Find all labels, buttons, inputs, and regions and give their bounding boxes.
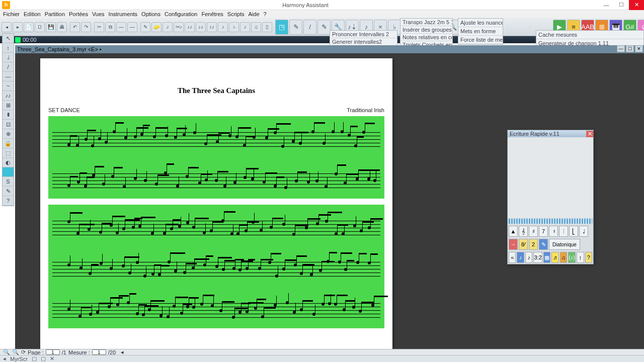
- minimize-button[interactable]: —: [599, 0, 614, 10]
- vtb-s[interactable]: S: [3, 177, 14, 187]
- tb-mode-edit[interactable]: ✎: [317, 20, 331, 35]
- vtb-help[interactable]: ?: [3, 196, 14, 206]
- p-note[interactable]: ♩: [579, 226, 588, 237]
- tb-mode-pen[interactable]: ✎: [289, 20, 302, 35]
- tb-beam3[interactable]: ♪♪: [207, 22, 217, 32]
- p-updn[interactable]: ↕: [577, 252, 584, 263]
- status-measure-input[interactable]: [92, 349, 106, 355]
- vtb-slash[interactable]: /: [3, 62, 14, 72]
- bottom-tab-myrscr[interactable]: MyrScr: [10, 356, 28, 362]
- p-2[interactable]: 2: [529, 239, 538, 250]
- bottom-tab-icon2[interactable]: ▢: [41, 355, 46, 362]
- tb-new[interactable]: 📄: [24, 22, 34, 32]
- tb-mode-select[interactable]: ◳: [275, 20, 288, 35]
- score-selection[interactable]: [48, 116, 384, 328]
- qp-right-1[interactable]: Cache mesures: [536, 31, 643, 39]
- menu-instruments[interactable]: Instruments: [109, 11, 137, 17]
- vtb-rect[interactable]: ⬚: [3, 148, 14, 158]
- tb-note-cut[interactable]: ✂♪: [174, 22, 184, 32]
- p-n1[interactable]: ♪: [517, 252, 524, 263]
- p-n2[interactable]: ♪: [525, 252, 532, 263]
- doc-close-button[interactable]: ✕: [635, 45, 643, 52]
- tb-eraser[interactable]: 🧽: [151, 22, 162, 32]
- palette-ruler[interactable]: [509, 219, 592, 224]
- qp-transpo-1[interactable]: Transpo Jazz 2m 5 1: [400, 19, 452, 26]
- document-tab[interactable]: Three_Sea_Captains_3.myr <E> • — ☐ ✕: [15, 45, 644, 53]
- bottom-tab-icon3[interactable]: ✕: [50, 355, 54, 362]
- vtb-line[interactable]: —: [3, 72, 14, 81]
- menu-configuration[interactable]: Configuration: [165, 11, 197, 17]
- menu-fichier[interactable]: Fichier: [3, 11, 20, 17]
- menu-scripts[interactable]: Scripts: [227, 11, 245, 17]
- qp-script-1[interactable]: Prononcer Intervalles 2: [330, 31, 397, 38]
- menu-fenetres[interactable]: Fenêtres: [201, 11, 223, 17]
- tb-pencil[interactable]: ✎: [140, 22, 150, 32]
- vtb-box[interactable]: ⊡: [3, 120, 14, 129]
- p-bar[interactable]: 𝄀: [559, 226, 568, 237]
- menu-edition[interactable]: Edition: [24, 11, 41, 17]
- palette-titlebar[interactable]: Ecriture Rapide v.11 ✕: [508, 130, 593, 137]
- menu-portees[interactable]: Portées: [69, 11, 88, 17]
- tb-note3[interactable]: ♪: [240, 22, 250, 32]
- close-button[interactable]: ✕: [629, 0, 644, 10]
- tb-nav-prev[interactable]: ◂: [2, 22, 12, 32]
- vtb-notes[interactable]: ♪♪: [3, 91, 14, 101]
- ecriture-rapide-palette[interactable]: Ecriture Rapide v.11 ✕ ▲ 𝄞 ♯ 7 𝄽 𝄀 ⎣ ♩ →…: [507, 130, 594, 264]
- p-n3[interactable]: ♬: [551, 252, 558, 263]
- vtb-lock[interactable]: 🔒: [3, 139, 14, 148]
- p-scale[interactable]: Diatonique: [549, 239, 580, 250]
- tb-paste2[interactable]: —: [127, 22, 137, 32]
- vtb-grid[interactable]: ⊞: [3, 101, 14, 110]
- p-grid[interactable]: ▦: [543, 252, 550, 263]
- tb-mode-line[interactable]: /: [303, 20, 316, 35]
- p-up[interactable]: ▲: [509, 226, 518, 237]
- tb-cut[interactable]: ✂: [94, 22, 104, 32]
- p-clef[interactable]: 𝄞: [519, 226, 528, 237]
- qp-format-1[interactable]: Ajuste les nuances: [458, 19, 503, 27]
- vtb-updown[interactable]: ↕: [3, 43, 14, 53]
- p-n4[interactable]: ♫: [560, 252, 567, 263]
- tb-redo[interactable]: ↷: [81, 22, 91, 32]
- menu-options[interactable]: Options: [141, 11, 160, 17]
- tb-save[interactable]: 💾: [46, 22, 56, 32]
- tb-beam1[interactable]: ♪♪: [185, 22, 195, 32]
- p-7[interactable]: 7: [539, 226, 548, 237]
- tb-paste1[interactable]: —: [116, 22, 126, 32]
- tb-print[interactable]: 🖶: [57, 22, 67, 32]
- tb-beam2[interactable]: ♪♪: [196, 22, 206, 32]
- tb-rest[interactable]: ▯: [262, 22, 272, 32]
- doc-min-button[interactable]: —: [617, 45, 625, 52]
- tb-undo[interactable]: ↶: [70, 22, 80, 32]
- vtb-wave[interactable]: ~: [3, 81, 14, 91]
- menu-help[interactable]: ?: [264, 11, 267, 17]
- qp-transpo-2[interactable]: Insérer des groupes: [400, 26, 452, 34]
- vtb-arrow[interactable]: ↖: [3, 34, 14, 43]
- vtb-note[interactable]: ♩: [3, 53, 14, 62]
- tb-note1[interactable]: ♪: [163, 22, 173, 32]
- p-edit[interactable]: ✎: [539, 239, 548, 250]
- maximize-button[interactable]: ☐: [614, 0, 629, 10]
- p-arrow-r[interactable]: →: [509, 239, 518, 250]
- p-bracket[interactable]: ⎣: [569, 226, 578, 237]
- tb-copy[interactable]: ⧉: [105, 22, 115, 32]
- qp-format-3[interactable]: Force liste de mesures: [458, 36, 503, 44]
- menu-aide[interactable]: Aide: [248, 11, 259, 17]
- palette-close-button[interactable]: ✕: [586, 131, 593, 137]
- p-paren[interactable]: (♪): [568, 252, 576, 263]
- p-rest[interactable]: 𝄽: [549, 226, 558, 237]
- qp-script-2[interactable]: Generer intervalles2: [330, 38, 397, 46]
- p-8[interactable]: 8⁄: [519, 239, 528, 250]
- p-32[interactable]: 3:2: [533, 252, 542, 263]
- p-sharp[interactable]: ♯: [529, 226, 538, 237]
- status-page-input[interactable]: [46, 349, 60, 355]
- menu-vues[interactable]: Vues: [92, 11, 105, 17]
- doc-max-button[interactable]: ☐: [626, 45, 634, 52]
- play-indicator-icon[interactable]: [15, 37, 21, 43]
- p-help[interactable]: ?: [585, 252, 592, 263]
- tb-note4[interactable]: ♫: [251, 22, 261, 32]
- tb-nav-next[interactable]: ▸: [13, 22, 23, 32]
- vtb-circle[interactable]: ◐: [3, 158, 14, 167]
- tb-note2[interactable]: ♪: [218, 22, 228, 32]
- qp-format-2[interactable]: Mets en forme: [458, 27, 503, 36]
- vtb-pencil[interactable]: ✎: [3, 187, 14, 196]
